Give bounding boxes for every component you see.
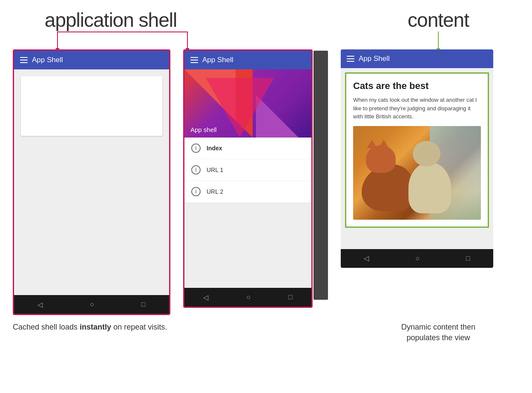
bottom-left-caption: Cached shell loads instantly on repeat v… — [13, 322, 196, 343]
arrow-left — [57, 32, 58, 49]
arrow-right — [187, 32, 188, 49]
article-title: Cats are the best — [353, 80, 481, 92]
content-label: content — [408, 9, 469, 32]
phone-2-wrapper: App Shell App shell i Index i URL 1 — [183, 49, 328, 308]
phone-2-top-bar: App Shell — [184, 51, 311, 69]
drawer-item-index[interactable]: i Index — [184, 138, 311, 159]
phone-1-placeholder — [21, 76, 162, 136]
application-shell-label: application shell — [45, 9, 177, 32]
drawer-filler — [184, 203, 311, 288]
bottom-right-caption: Dynamic content then populates the view — [357, 322, 519, 343]
back-btn-3[interactable]: ◁ — [364, 254, 369, 262]
recent-btn-2[interactable]: □ — [288, 293, 293, 301]
phone-1: App Shell ◁ ○ □ — [13, 49, 170, 315]
content-article: Cats are the best When my cats look out … — [345, 72, 489, 228]
recent-btn-1[interactable]: □ — [141, 301, 146, 308]
phone-2: App Shell App shell i Index i URL 1 — [183, 49, 313, 308]
instantly-bold: instantly — [80, 323, 111, 331]
recent-btn-3[interactable]: □ — [466, 255, 470, 262]
drawer-image: App shell — [184, 69, 311, 138]
phone-1-title: App Shell — [32, 56, 63, 64]
info-icon-index: i — [191, 143, 201, 153]
phone-3: App Shell Cats are the best When my cats… — [341, 49, 493, 268]
drawer-item-url2[interactable]: i URL 2 — [184, 181, 311, 203]
drawer-item-url2-label: URL 2 — [207, 188, 223, 195]
phone-2-dark-bg — [313, 51, 328, 300]
drawer-item-url1-label: URL 1 — [207, 166, 223, 173]
phone-1-body — [14, 69, 169, 295]
phone-3-wrapper: App Shell Cats are the best When my cats… — [341, 49, 498, 268]
bottom-right-line2: populates the view — [406, 333, 470, 342]
back-btn-1[interactable]: ◁ — [37, 301, 43, 309]
phone-2-nav: ◁ ○ □ — [184, 288, 311, 307]
home-btn-2[interactable]: ○ — [246, 293, 250, 301]
home-btn-3[interactable]: ○ — [415, 255, 420, 262]
drawer-menu: i Index i URL 1 i URL 2 — [184, 138, 311, 288]
phone-1-nav: ◁ ○ □ — [14, 295, 169, 314]
phone-3-body: Cats are the best When my cats look out … — [341, 68, 493, 232]
hamburger-icon-1[interactable] — [20, 57, 28, 63]
hamburger-icon-2[interactable] — [190, 57, 198, 63]
info-icon-url1: i — [191, 165, 201, 175]
phone-3-nav: ◁ ○ □ — [341, 249, 493, 268]
phone-2-title: App Shell — [202, 56, 233, 64]
cat-image — [353, 126, 481, 220]
application-shell-label-section: application shell — [13, 9, 209, 49]
bottom-captions: Cached shell loads instantly on repeat v… — [13, 322, 519, 343]
hamburger-icon-3[interactable] — [347, 56, 354, 62]
drawer-item-index-label: Index — [207, 145, 222, 152]
home-btn-1[interactable]: ○ — [90, 301, 94, 308]
drawer-item-url1[interactable]: i URL 1 — [184, 159, 311, 181]
phone-3-title: App Shell — [359, 55, 390, 63]
back-btn-2[interactable]: ◁ — [203, 293, 208, 301]
phone-3-body-filler — [341, 232, 493, 249]
article-text: When my cats look out the window at anot… — [353, 96, 481, 121]
phone-1-wrapper: App Shell ◁ ○ □ — [13, 49, 179, 315]
info-icon-url2: i — [191, 187, 201, 196]
bottom-right-line1: Dynamic content then — [401, 323, 475, 331]
phone-3-top-bar: App Shell — [341, 49, 493, 68]
phone-1-top-bar: App Shell — [14, 51, 169, 69]
content-arrow — [438, 32, 439, 49]
content-label-section: content — [357, 9, 519, 49]
drawer-app-label: App shell — [190, 126, 217, 133]
